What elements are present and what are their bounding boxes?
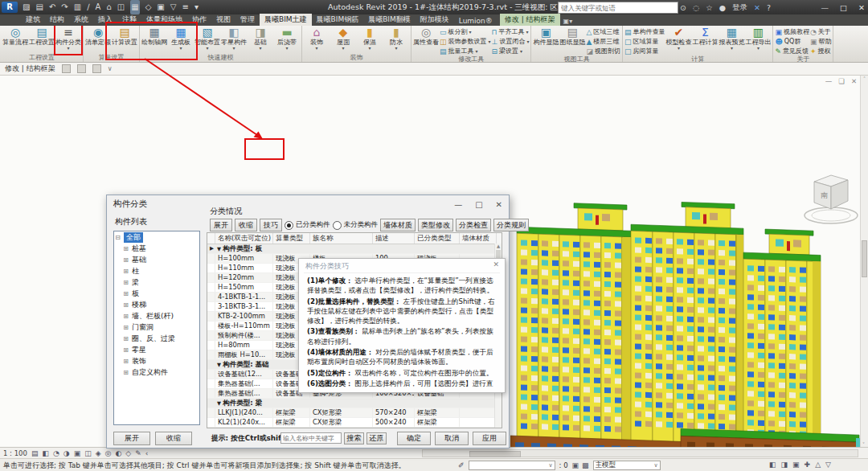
tree-item-圈、反、过梁[interactable]: ⊞圈、反、过梁 bbox=[114, 333, 199, 344]
crop-region-icon[interactable]: ◫ bbox=[84, 449, 92, 457]
reveal-constraints-icon[interactable]: ✎ bbox=[135, 449, 141, 457]
design-option-combo[interactable]: 主模型∨ bbox=[593, 461, 661, 470]
restore-button[interactable]: 还原 bbox=[366, 432, 387, 444]
ribbon-button-图纸显隐[interactable]: ▤图纸显隐 bbox=[559, 26, 585, 55]
tree-item-楼梯[interactable]: ⊞楼梯 bbox=[114, 299, 199, 310]
workset-combo[interactable]: ∨ bbox=[469, 461, 555, 470]
print-icon[interactable]: ▥ bbox=[74, 0, 81, 14]
toolbar-collapse-button[interactable]: 收缩 bbox=[235, 219, 257, 231]
tree-collapse-icon[interactable]: ⊟ bbox=[114, 234, 121, 241]
tab-extra-icon[interactable]: ▣▾ bbox=[560, 17, 576, 26]
menu-icon[interactable]: ≡ bbox=[182, 0, 188, 14]
ribbon-button-工程导出[interactable]: ▥工程导出▾ bbox=[745, 26, 771, 55]
dialog-close-icon[interactable]: ✕ bbox=[496, 200, 502, 209]
vertical-scrollbar[interactable]: ˄ ˅ bbox=[860, 76, 868, 447]
workset-icon[interactable]: ▣ bbox=[572, 461, 579, 469]
minimize-button[interactable]: — bbox=[821, 3, 829, 12]
search-icon[interactable]: ⊙ bbox=[680, 3, 686, 12]
radio-unclassified[interactable]: 未分类构件 bbox=[333, 220, 379, 230]
restore-button[interactable]: □ bbox=[840, 3, 847, 12]
text-icon[interactable]: A bbox=[96, 0, 101, 14]
tab-结构[interactable]: 结构 bbox=[45, 14, 69, 26]
ribbon-button-报表预览[interactable]: ▦报表预览▾ bbox=[719, 26, 744, 55]
ribbon-button-生成板[interactable]: ▦生成板▾ bbox=[168, 26, 194, 54]
radio-classified[interactable]: 已分类构件 bbox=[285, 220, 330, 230]
qat-dropdown-icon[interactable]: ▾ bbox=[194, 0, 199, 14]
tree-expand-icon[interactable]: ⊞ bbox=[122, 279, 129, 286]
tree-expand-icon[interactable]: ⊞ bbox=[122, 335, 129, 342]
search-button[interactable]: 搜索 bbox=[344, 432, 364, 444]
tab-晨曦BIM钢筋[interactable]: 晨曦BIM钢筋 bbox=[312, 14, 364, 26]
open-icon[interactable]: ▨ bbox=[23, 0, 30, 14]
tab-插入[interactable]: 插入 bbox=[93, 14, 117, 26]
user-icon[interactable]: ● bbox=[719, 3, 726, 12]
ribbon-button-单构件查量[interactable]: ▤单构件查量 bbox=[624, 27, 665, 36]
tab-contextual[interactable]: 修改 | 结构框架 bbox=[500, 14, 560, 26]
ribbon-group-label[interactable]: 计算 bbox=[624, 55, 772, 63]
tree-expand-icon[interactable]: ⊞ bbox=[122, 369, 129, 376]
visual-style-icon[interactable]: ◧ bbox=[42, 449, 49, 457]
ribbon-button-视图剖切[interactable]: ◪视图剖切 bbox=[586, 47, 620, 55]
ribbon-button-帮助[interactable]: ▣帮助 bbox=[810, 37, 832, 46]
ribbon-button-后浇带[interactable]: ▬后浇带▾ bbox=[274, 26, 300, 54]
tree-expand-icon[interactable]: ⊞ bbox=[122, 324, 129, 331]
filter-icon[interactable]: ▽ bbox=[170, 0, 177, 14]
wall-material-button[interactable]: 墙体材质 bbox=[380, 219, 416, 231]
tree-expand-icon[interactable]: ⊞ bbox=[122, 245, 129, 252]
tree-expand-icon[interactable]: ⊞ bbox=[122, 358, 129, 365]
ribbon-button-基础[interactable]: ◨基础▾ bbox=[248, 26, 273, 54]
ribbon-button-梁设置[interactable]: ⊟梁设置▾ bbox=[492, 47, 530, 55]
tree-expand-icon[interactable]: ⊞ bbox=[122, 346, 129, 354]
viewcube[interactable]: 南 bbox=[802, 162, 860, 235]
tab-注释[interactable]: 注释 bbox=[117, 14, 141, 26]
view-minimize-icon[interactable]: — bbox=[825, 77, 833, 85]
tree-item-墙、栏板(杆)[interactable]: ⊞墙、栏板(杆) bbox=[114, 310, 199, 322]
cell-quantity-type[interactable]: 框架梁 bbox=[273, 428, 310, 428]
tab-附加模块[interactable]: 附加模块 bbox=[416, 14, 454, 26]
table-header-描述[interactable]: 描述 bbox=[373, 233, 415, 244]
ribbon-group-label[interactable]: 关于 bbox=[775, 55, 831, 63]
ribbon-button-防水[interactable]: ▮防水▾ bbox=[383, 26, 409, 54]
tree-collapse-button[interactable]: 收缩 bbox=[155, 432, 192, 445]
tree-expand-icon[interactable]: ⊞ bbox=[122, 313, 129, 320]
ribbon-button-计算设置[interactable]: ▤计算设置 bbox=[112, 26, 137, 54]
ribbon-group-label[interactable]: 快速建模 bbox=[141, 54, 300, 62]
classification-check-button[interactable]: 分类检查 bbox=[456, 219, 491, 231]
tree-item-梁[interactable]: ⊞梁 bbox=[114, 276, 199, 288]
ribbon-button-构件显隐[interactable]: ▣构件显隐 bbox=[533, 26, 559, 55]
tree-item-桩基[interactable]: ⊞桩基 bbox=[114, 243, 199, 254]
table-group-row[interactable]: ▼ 构件类型: 梁 bbox=[207, 399, 502, 408]
horizontal-scrollbar-thumb[interactable] bbox=[469, 451, 521, 457]
table-header-族名称[interactable]: 族名称 bbox=[310, 233, 373, 244]
ribbon-button-批量工具[interactable]: ▤批量工具▾ bbox=[440, 47, 491, 55]
ribbon-button-房间算量[interactable]: □房间算量 bbox=[624, 47, 665, 55]
tree-item-柱[interactable]: ⊞柱 bbox=[114, 265, 199, 276]
select-links-icon[interactable]: ◧ bbox=[769, 461, 776, 469]
select-pinned-icon[interactable]: ▣ bbox=[792, 461, 800, 469]
ribbon-button-装饰[interactable]: ⌂装饰▾ bbox=[304, 26, 330, 54]
drag-on-selection-icon[interactable]: △ bbox=[815, 461, 821, 469]
ribbon-group-label[interactable]: 视图工具 bbox=[533, 55, 620, 63]
grid-toggle-icon[interactable]: ▦ bbox=[130, 0, 139, 14]
sun-path-icon[interactable]: ◔ bbox=[53, 449, 59, 457]
save-icon[interactable]: ▤ bbox=[35, 0, 43, 14]
worksharing-display-icon[interactable]: ◐ bbox=[115, 449, 121, 457]
ribbon-button-平齐工具[interactable]: ⊓平齐工具▾ bbox=[492, 27, 530, 36]
view-restore-icon[interactable]: ❏ bbox=[838, 77, 845, 85]
cell-quantity-type[interactable]: 框架梁 bbox=[273, 408, 310, 417]
design-options-icon[interactable]: ▩ bbox=[582, 461, 589, 469]
options-dropdown-icon[interactable]: ∨ bbox=[108, 65, 113, 72]
tree-item-基础[interactable]: ⊞基础 bbox=[114, 254, 199, 265]
tab-视图[interactable]: 视图 bbox=[211, 14, 235, 26]
view-scale-label[interactable]: 1 : 100 bbox=[3, 449, 27, 457]
editable-only-icon[interactable]: ✐ bbox=[458, 461, 465, 469]
ribbon-button-工程计算[interactable]: Σ工程计算 bbox=[692, 26, 718, 55]
switch-windows-icon[interactable]: ▣ bbox=[157, 0, 164, 14]
horizontal-scrollbar[interactable] bbox=[422, 449, 858, 457]
redo-icon[interactable]: ↷ bbox=[61, 0, 68, 14]
table-header-墙体材质[interactable]: 墙体材质 bbox=[460, 233, 497, 244]
tree-item-门窗洞[interactable]: ⊞门窗洞 bbox=[114, 322, 199, 333]
select-underlay-icon[interactable]: ◨ bbox=[781, 461, 788, 469]
tree-item-板[interactable]: ⊞板 bbox=[114, 288, 199, 299]
vertical-scrollbar-thumb[interactable] bbox=[862, 240, 867, 277]
